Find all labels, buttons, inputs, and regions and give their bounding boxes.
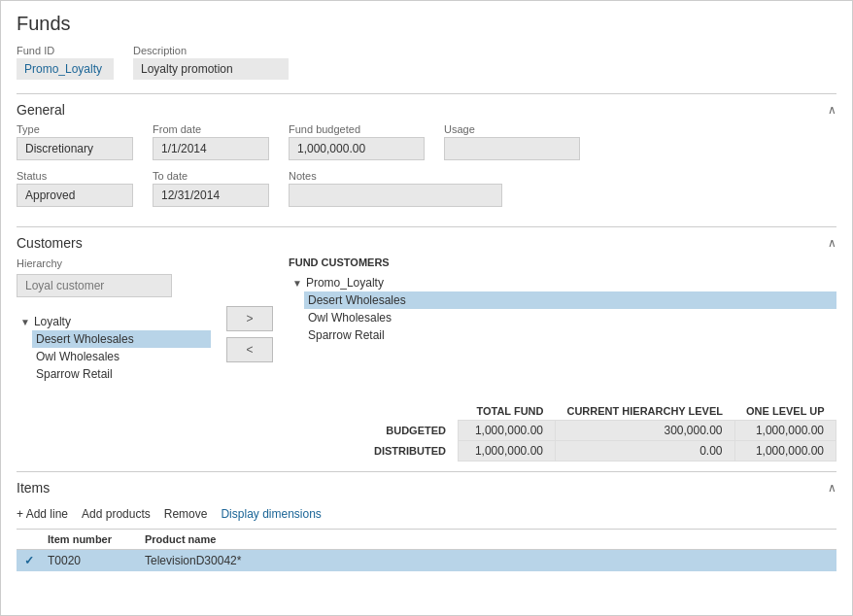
fund-customers-label: FUND CUSTOMERS: [289, 257, 836, 268]
fund-budgeted-input[interactable]: [289, 137, 425, 160]
right-tree-arrow: ▼: [292, 278, 302, 289]
grid-row-0-product-name: TelevisionD30042*: [137, 550, 331, 571]
left-tree-item-0-label: Desert Wholesales: [36, 332, 134, 346]
usage-input[interactable]: [444, 137, 580, 160]
status-label: Status: [17, 170, 133, 182]
left-tree-item-1-label: Owl Wholesales: [36, 350, 119, 363]
grid-row-0[interactable]: ✓ T0020 TelevisionD30042*: [17, 550, 836, 571]
items-title: Items: [17, 480, 50, 496]
type-label: Type: [17, 123, 133, 135]
left-tree-item-0[interactable]: Desert Wholesales: [32, 330, 211, 348]
items-toolbar: + Add line Add products Remove Display d…: [17, 501, 836, 529]
left-tree-arrow: ▼: [20, 317, 30, 327]
right-panel: FUND CUSTOMERS ▼ Promo_Loyalty Desert Wh…: [289, 257, 836, 383]
fund-budgeted-label: Fund budgeted: [289, 123, 425, 135]
right-tree-item-1-label: Owl Wholesales: [308, 311, 392, 325]
display-dimensions-button[interactable]: Display dimensions: [221, 507, 321, 521]
right-tree-item-2-label: Sparrow Retail: [308, 328, 385, 342]
customers-title: Customers: [17, 235, 83, 251]
from-date-label: From date: [153, 123, 269, 135]
page-title: Funds: [17, 13, 836, 35]
stats-col3-header: ONE LEVEL UP: [734, 402, 836, 421]
add-products-button[interactable]: Add products: [82, 507, 151, 521]
items-grid: Item number Product name ✓ T0020 Televis…: [17, 529, 836, 571]
usage-field: Usage: [444, 123, 580, 160]
right-tree-children: Desert Wholesales Owl Wholesales Sparrow…: [289, 291, 836, 344]
items-section-header[interactable]: Items ∧: [17, 472, 836, 501]
grid-header-item-number: Item number: [40, 530, 137, 549]
items-content: + Add line Add products Remove Display d…: [17, 501, 836, 575]
budgeted-hierarchy: 300,000.00: [555, 421, 734, 441]
right-tree-item-1[interactable]: Owl Wholesales: [304, 309, 836, 326]
hierarchy-label: Hierarchy: [17, 257, 62, 269]
hierarchy-input[interactable]: [17, 274, 172, 297]
fund-stats: TOTAL FUND CURRENT HIERARCHY LEVEL ONE L…: [17, 402, 836, 462]
right-tree-root[interactable]: ▼ Promo_Loyalty: [289, 274, 836, 291]
budgeted-one-level-up: 1,000,000.00: [734, 421, 836, 441]
left-tree-root-label: Loyalty: [34, 315, 71, 328]
description-input[interactable]: Loyalty promotion: [133, 58, 289, 80]
description-label: Description: [133, 45, 289, 56]
description-group: Description Loyalty promotion: [133, 45, 289, 80]
budgeted-label: BUDGETED: [362, 421, 458, 441]
from-date-input[interactable]: [153, 137, 269, 160]
stats-row-budgeted: BUDGETED 1,000,000.00 300,000.00 1,000,0…: [362, 421, 836, 441]
left-tree-item-1[interactable]: Owl Wholesales: [32, 348, 211, 365]
fund-header: Fund ID Promo_Loyalty Description Loyalt…: [17, 45, 836, 80]
right-tree-item-2[interactable]: Sparrow Retail: [304, 326, 836, 344]
type-input[interactable]: [17, 137, 133, 160]
right-tree-item-0[interactable]: Desert Wholesales: [304, 291, 836, 309]
distributed-total: 1,000,000.00: [458, 441, 555, 462]
items-section: Items ∧ + Add line Add products Remove D…: [17, 471, 836, 575]
stats-row-distributed: DISTRIBUTED 1,000,000.00 0.00 1,000,000.…: [362, 441, 836, 462]
general-title: General: [17, 102, 65, 118]
customers-section: Customers ∧ Hierarchy ▼ Loyalty: [17, 226, 836, 471]
add-line-button[interactable]: + Add line: [17, 507, 68, 521]
add-line-label: + Add line: [17, 507, 68, 521]
to-date-input[interactable]: [153, 184, 269, 207]
to-date-field: To date: [153, 170, 269, 207]
left-tree-item-2[interactable]: Sparrow Retail: [32, 365, 211, 383]
from-date-field: From date: [153, 123, 269, 160]
customers-chevron: ∧: [828, 236, 836, 250]
general-row-1: Type From date Fund budgeted Usage: [17, 123, 836, 160]
general-row-2: Status To date Notes: [17, 170, 836, 207]
notes-field: Notes: [289, 170, 502, 207]
right-tree-item-0-label: Desert Wholesales: [308, 293, 406, 307]
check-icon: ✓: [24, 554, 34, 567]
fund-budgeted-field: Fund budgeted: [289, 123, 425, 160]
left-panel: Hierarchy ▼ Loyalty Desert Wholesales: [17, 257, 211, 383]
back-button[interactable]: <: [226, 337, 273, 362]
stats-table: TOTAL FUND CURRENT HIERARCHY LEVEL ONE L…: [362, 402, 836, 462]
customers-content: Hierarchy ▼ Loyalty Desert Wholesales: [17, 257, 836, 471]
notes-input[interactable]: [289, 184, 502, 207]
distributed-hierarchy: 0.00: [555, 441, 734, 462]
notes-label: Notes: [289, 170, 502, 182]
status-field: Status: [17, 170, 133, 207]
remove-label: Remove: [164, 507, 208, 521]
add-products-label: Add products: [82, 507, 151, 521]
fund-id-label: Fund ID: [17, 45, 114, 56]
grid-row-0-item-number: T0020: [40, 550, 137, 571]
budgeted-total: 1,000,000.00: [458, 421, 555, 441]
customers-section-header[interactable]: Customers ∧: [17, 227, 836, 257]
status-input[interactable]: [17, 184, 133, 207]
remove-button[interactable]: Remove: [164, 507, 208, 521]
to-date-label: To date: [153, 170, 269, 182]
left-tree-root[interactable]: ▼ Loyalty: [17, 313, 211, 330]
distributed-one-level-up: 1,000,000.00: [734, 441, 836, 462]
display-dimensions-label: Display dimensions: [221, 507, 321, 521]
right-tree-root-label: Promo_Loyalty: [306, 276, 384, 290]
fund-id-group: Fund ID Promo_Loyalty: [17, 45, 114, 80]
grid-row-0-check: ✓: [17, 550, 40, 571]
left-tree-item-2-label: Sparrow Retail: [36, 367, 113, 381]
fund-id-input[interactable]: Promo_Loyalty: [17, 58, 114, 80]
grid-header-product-name: Product name: [137, 530, 331, 549]
stats-col1-header: TOTAL FUND: [458, 402, 555, 421]
forward-button[interactable]: >: [226, 306, 273, 331]
general-section: General ∧ Type From date Fund budgeted U…: [17, 93, 836, 226]
general-content: Type From date Fund budgeted Usage: [17, 123, 836, 226]
general-section-header[interactable]: General ∧: [17, 94, 836, 123]
type-field: Type: [17, 123, 133, 160]
middle-buttons: > <: [221, 257, 279, 383]
